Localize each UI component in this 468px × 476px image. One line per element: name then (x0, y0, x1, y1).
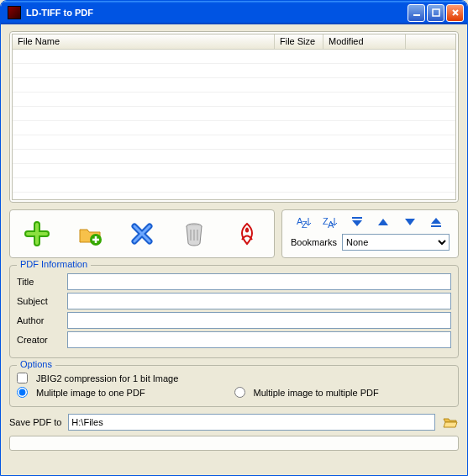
creator-label: Creator (17, 335, 62, 345)
multi-one-label: Mulitple image to one PDF (36, 388, 145, 398)
col-filename[interactable]: File Name (13, 34, 275, 49)
trash-icon (183, 221, 205, 246)
svg-text:A: A (328, 219, 334, 228)
svg-rect-9 (431, 225, 441, 227)
jbig2-label: JBIG2 compression for 1 bit Image (36, 373, 178, 383)
multi-one-radio[interactable] (17, 387, 28, 398)
subject-input[interactable] (67, 293, 451, 309)
convert-button[interactable] (234, 220, 260, 247)
move-down-button[interactable] (402, 215, 418, 229)
add-folder-button[interactable] (76, 220, 103, 247)
title-input[interactable] (67, 273, 451, 290)
listview-body[interactable] (13, 50, 455, 199)
clear-button[interactable] (181, 220, 208, 247)
options-group: Options JBIG2 compression for 1 bit Imag… (9, 365, 459, 407)
file-listview[interactable]: File Name File Size Modified (12, 34, 456, 200)
add-file-button[interactable] (24, 220, 50, 247)
action-toolbar (9, 209, 275, 258)
bookmarks-label: Bookmarks (291, 237, 337, 247)
file-list-panel: File Name File Size Modified (9, 31, 459, 203)
move-bottom-button[interactable] (428, 215, 444, 229)
multi-multi-label: Multiple image to multiple PDF (254, 388, 379, 398)
sort-desc-button[interactable]: ZA (322, 215, 339, 229)
creator-input[interactable] (67, 331, 451, 348)
options-legend: Options (17, 359, 55, 369)
subject-label: Subject (17, 296, 62, 306)
progress-bar (9, 436, 459, 451)
jbig2-checkbox[interactable] (17, 373, 28, 383)
x-icon (130, 222, 154, 246)
bookmarks-select[interactable]: None (342, 234, 450, 251)
pdf-icon (235, 221, 259, 246)
save-label: Save PDF to (9, 417, 61, 427)
folder-plus-icon (77, 221, 103, 246)
author-input[interactable] (67, 312, 451, 329)
minimize-button[interactable] (408, 4, 425, 22)
listview-header: File Name File Size Modified (13, 34, 455, 50)
browse-button[interactable] (442, 415, 459, 430)
svg-rect-1 (433, 9, 439, 16)
app-window: LD-TIFF to PDF File Name File Size Modif… (0, 0, 468, 476)
title-label: Title (17, 277, 62, 287)
close-button[interactable] (446, 4, 464, 22)
sort-panel: AZ ZA Bookmarks None (281, 209, 459, 258)
move-up-button[interactable] (375, 215, 392, 229)
maximize-button[interactable] (427, 4, 444, 22)
col-spacer (406, 34, 455, 49)
move-top-button[interactable] (349, 215, 365, 229)
svg-rect-8 (352, 217, 362, 219)
folder-open-icon (443, 416, 458, 428)
multi-multi-radio[interactable] (234, 387, 245, 398)
svg-rect-0 (413, 14, 420, 16)
app-icon (8, 6, 21, 19)
sort-asc-button[interactable]: AZ (296, 215, 313, 229)
author-label: Author (17, 315, 62, 325)
pdf-info-legend: PDF Information (17, 259, 91, 269)
plus-icon (24, 221, 50, 246)
col-modified[interactable]: Modified (323, 34, 406, 49)
pdf-info-group: PDF Information Title Subject Author Cre… (9, 265, 459, 358)
window-title: LD-TIFF to PDF (24, 8, 406, 18)
remove-button[interactable] (129, 220, 155, 247)
col-filesize[interactable]: File Size (275, 34, 323, 49)
titlebar: LD-TIFF to PDF (1, 1, 467, 24)
save-path-input[interactable] (68, 414, 435, 431)
